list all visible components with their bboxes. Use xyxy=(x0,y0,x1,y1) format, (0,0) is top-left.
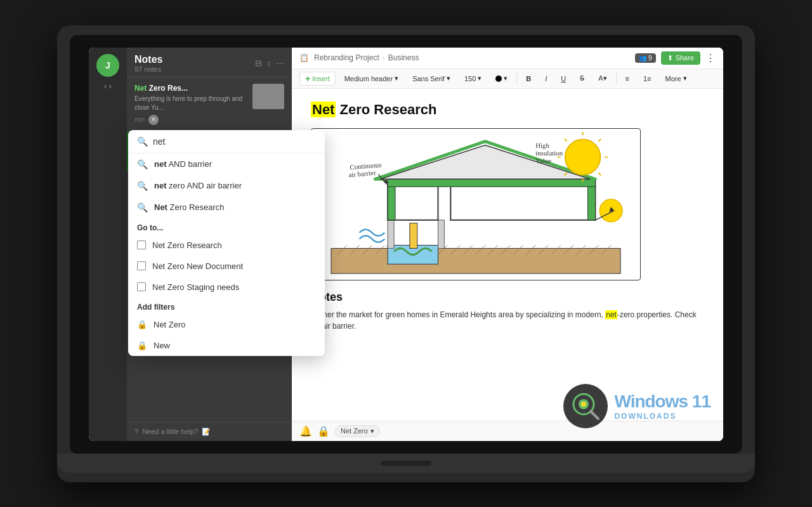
app-container: J ‹ › Notes 97 notes ⊟ ↕ ⋯ xyxy=(89,48,723,441)
lock-icon[interactable]: 🔒 xyxy=(317,425,330,437)
main-toolbar: 📋 Rebranding Project › Business 👥 9 ⬆ Sh… xyxy=(292,48,723,69)
underline-button[interactable]: U xyxy=(556,74,571,84)
notes-toolbar: ⊟ ↕ ⋯ xyxy=(255,58,285,68)
svg-marker-53 xyxy=(383,180,388,184)
notes-section-title: Notes xyxy=(311,291,704,304)
suggest-item-2[interactable]: 🔍 net zero AND air barrier xyxy=(128,175,325,197)
svg-line-43 xyxy=(598,173,601,175)
suggest-item-1[interactable]: 🔍 net AND barrier xyxy=(128,154,325,175)
search-input[interactable] xyxy=(153,136,316,147)
italic-button[interactable]: I xyxy=(540,74,552,84)
more-format-button[interactable]: More ▾ xyxy=(660,73,692,84)
help-icon: ? xyxy=(134,428,138,435)
notes-panel-title: Notes xyxy=(134,54,162,65)
color-picker[interactable]: ▾ xyxy=(490,73,513,84)
breadcrumb: Rebranding Project › Business xyxy=(314,53,419,62)
breadcrumb-section[interactable]: Business xyxy=(388,53,419,62)
note-item-1[interactable]: Net Zero Res... Everything is here to pr… xyxy=(127,77,292,132)
compose-icon[interactable]: 📝 xyxy=(202,428,211,436)
sidebar: J ‹ › xyxy=(89,48,127,441)
goto-label: Go to... xyxy=(128,218,325,235)
suggest-search-icon-2: 🔍 xyxy=(137,181,148,191)
tag-icon-1: 🔒 xyxy=(137,320,147,329)
more-icon[interactable]: ⋯ xyxy=(276,58,284,68)
svg-text:Value: Value xyxy=(535,156,551,164)
tag-pill[interactable]: Net Zero ▾ xyxy=(335,425,380,437)
laptop-bottom xyxy=(57,454,755,473)
bold-button[interactable]: B xyxy=(521,74,536,84)
suggest-item-3[interactable]: 🔍 Net Zero Research xyxy=(128,197,325,218)
tag-icon-2: 🔒 xyxy=(137,341,147,350)
bullet-list-button[interactable]: ≡ xyxy=(620,74,634,84)
doc-body: Net Zero Research xyxy=(292,89,723,421)
doc-icon-1 xyxy=(137,240,146,249)
search-dropdown: 🔍 🔍 net AND barrier 🔍 net zero AND air b… xyxy=(128,130,325,356)
numbered-list-button[interactable]: 1≡ xyxy=(638,74,657,84)
svg-rect-26 xyxy=(410,223,417,248)
filter-item-1[interactable]: 🔒 Net Zero xyxy=(128,314,325,335)
note-item-title-1: Net Zero Res... xyxy=(134,84,247,93)
doc-title-highlight: Net xyxy=(311,102,336,117)
doc-title: Net Zero Research xyxy=(311,102,704,118)
nav-arrows[interactable]: ‹ › xyxy=(104,82,111,91)
note-item-preview-1: Everything is here to prep through and c… xyxy=(134,95,247,112)
svg-line-57 xyxy=(591,411,598,419)
notes-panel-header: Notes 97 notes ⊟ ↕ ⋯ xyxy=(127,48,292,77)
note-avatar-riley: R xyxy=(148,115,159,125)
notes-panel-bottom: ? Need a little help? 📝 xyxy=(127,422,292,441)
watermark-icon xyxy=(563,384,608,428)
svg-line-40 xyxy=(565,138,567,141)
goto-item-2[interactable]: Net Zero New Document xyxy=(128,256,325,277)
breadcrumb-project[interactable]: Rebranding Project xyxy=(314,53,379,62)
share-button[interactable]: ⬆ Share xyxy=(661,51,700,65)
user-avatar[interactable]: J xyxy=(96,54,119,77)
watermark-text: Windows 11 DOWNLOADS xyxy=(614,392,710,421)
notes-section-text: Corner the market for green homes in Eme… xyxy=(311,309,704,332)
format-toolbar: + Insert Medium header ▾ Sans Serif ▾ 15… xyxy=(292,69,723,89)
house-diagram: Continuous air barrier High insulation V… xyxy=(311,128,641,280)
more-options-icon[interactable]: ⋮ xyxy=(705,52,716,64)
screen-bezel: J ‹ › Notes 97 notes ⊟ ↕ ⋯ xyxy=(70,35,742,454)
laptop-notch xyxy=(381,461,431,466)
filter-icon[interactable]: ⊟ xyxy=(255,58,262,68)
search-icon: 🔍 xyxy=(137,136,148,147)
note-thumb-1 xyxy=(252,84,284,109)
svg-text:air barrier: air barrier xyxy=(348,168,376,178)
collab-count: 👥 9 xyxy=(635,53,655,63)
breadcrumb-sep: › xyxy=(383,53,385,62)
svg-text:High: High xyxy=(535,141,549,148)
svg-line-41 xyxy=(598,138,601,141)
suggest-search-icon-3: 🔍 xyxy=(137,202,148,213)
doc-title-rest: Zero Research xyxy=(340,102,437,117)
watermark-overlay: Windows 11 DOWNLOADS xyxy=(563,384,710,428)
doc-icon-3 xyxy=(137,282,146,291)
svg-point-56 xyxy=(581,402,586,407)
bell-icon[interactable]: 🔔 xyxy=(299,425,312,437)
suggest-search-icon-1: 🔍 xyxy=(137,159,148,169)
size-selector[interactable]: 150 ▾ xyxy=(459,73,487,84)
filter-item-2[interactable]: 🔒 New xyxy=(128,335,325,356)
strikethrough-button[interactable]: S̶ xyxy=(575,73,589,84)
notes-icon: 📋 xyxy=(299,53,309,62)
svg-rect-0 xyxy=(331,248,620,273)
goto-item-3[interactable]: Net Zero Staging needs xyxy=(128,277,325,298)
search-input-row: 🔍 xyxy=(128,130,325,154)
svg-text:insulation: insulation xyxy=(535,148,563,156)
svg-rect-24 xyxy=(388,220,394,248)
goto-item-1[interactable]: Net Zero Research xyxy=(128,235,325,256)
svg-point-35 xyxy=(565,139,601,174)
notes-count: 97 notes xyxy=(134,65,162,73)
help-label[interactable]: Need a little help? xyxy=(142,428,198,435)
heading-selector[interactable]: Medium header ▾ xyxy=(339,73,403,84)
filters-label: Add filters xyxy=(128,298,325,314)
main-content: 📋 Rebranding Project › Business 👥 9 ⬆ Sh… xyxy=(292,48,723,441)
svg-rect-25 xyxy=(438,220,445,248)
note-item-meta-1: min R xyxy=(134,115,247,125)
doc-icon-2 xyxy=(137,261,146,270)
net-highlight: net xyxy=(605,310,617,319)
font-selector[interactable]: Sans Serif ▾ xyxy=(407,73,455,84)
sort-icon[interactable]: ↕ xyxy=(267,58,272,68)
highlight-button[interactable]: A▾ xyxy=(593,73,612,84)
insert-button[interactable]: + Insert xyxy=(299,72,336,86)
laptop-shell: J ‹ › Notes 97 notes ⊟ ↕ ⋯ xyxy=(57,25,755,482)
